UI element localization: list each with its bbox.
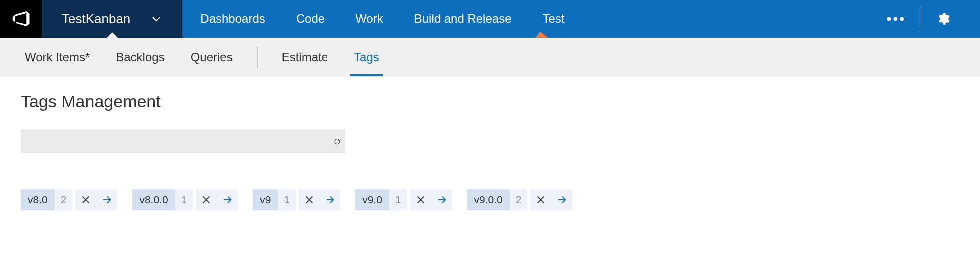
tag-count: 1	[278, 190, 296, 210]
tag-count: 2	[510, 190, 528, 210]
search-input[interactable]	[27, 136, 332, 148]
close-icon	[201, 194, 212, 206]
subnav-backlogs[interactable]: Backlogs	[114, 40, 166, 74]
tag-go-button[interactable]	[217, 190, 238, 210]
tag-go-button[interactable]	[431, 190, 452, 210]
close-icon	[304, 194, 315, 206]
nav-right: •••	[887, 0, 980, 38]
sub-nav: Work Items* Backlogs Queries Estimate Ta…	[0, 38, 980, 77]
close-icon	[80, 194, 91, 206]
gear-icon[interactable]	[936, 12, 950, 26]
tag-chip: v8.0.0 1	[132, 190, 238, 210]
tag-name[interactable]: v9.0	[355, 190, 389, 210]
top-nav: TestKanban Dashboards Code Work Build an…	[0, 0, 980, 38]
tag-name[interactable]: v8.0.0	[132, 190, 175, 210]
project-name: TestKanban	[62, 12, 130, 27]
tag-delete-button[interactable]	[196, 190, 217, 210]
tag-delete-button[interactable]	[410, 190, 431, 210]
tag-delete-button[interactable]	[75, 190, 96, 210]
tags-list: v8.0 2 v8.0.0 1 v9 1	[21, 190, 959, 210]
vsts-logo[interactable]	[0, 0, 42, 38]
tag-chip: v9 1	[253, 190, 340, 210]
arrow-right-icon	[222, 194, 233, 206]
tag-go-button[interactable]	[551, 190, 572, 210]
nav-work[interactable]: Work	[352, 12, 386, 26]
arrow-right-icon	[556, 194, 567, 206]
tag-count: 1	[175, 190, 193, 210]
subnav-queries[interactable]: Queries	[189, 40, 235, 74]
nav-dashboards[interactable]: Dashboards	[197, 12, 268, 26]
subnav-tags[interactable]: Tags	[352, 40, 381, 74]
nav-code[interactable]: Code	[293, 12, 327, 26]
arrow-right-icon	[101, 194, 112, 206]
nav-build-release[interactable]: Build and Release	[411, 12, 515, 26]
subnav-separator	[257, 47, 258, 68]
tag-go-button[interactable]	[96, 190, 117, 210]
tag-name[interactable]: v8.0	[21, 190, 55, 210]
tag-count: 2	[55, 190, 73, 210]
arrow-right-icon	[325, 194, 335, 206]
tag-name[interactable]: v9.0.0	[467, 190, 510, 210]
tag-chip: v8.0 2	[21, 190, 117, 210]
close-icon	[535, 194, 546, 206]
subnav-estimate[interactable]: Estimate	[280, 40, 330, 74]
nav-test[interactable]: Test	[540, 12, 568, 26]
tag-delete-button[interactable]	[530, 190, 551, 210]
more-icon[interactable]: •••	[887, 11, 906, 27]
chevron-down-icon	[150, 13, 162, 25]
tag-name[interactable]: v9	[253, 190, 278, 210]
tag-chip: v9.0 1	[355, 190, 452, 210]
subnav-work-items[interactable]: Work Items*	[23, 40, 92, 74]
project-selector[interactable]: TestKanban	[42, 0, 182, 38]
nav-separator	[921, 8, 921, 30]
close-icon	[415, 194, 426, 206]
vsts-logo-icon	[11, 9, 31, 29]
tag-chip: v9.0.0 2	[467, 190, 573, 210]
tag-count: 1	[389, 190, 407, 210]
tag-delete-button[interactable]	[299, 190, 320, 210]
arrow-right-icon	[436, 194, 447, 206]
page-title: Tags Management	[21, 92, 959, 112]
tag-go-button[interactable]	[320, 190, 340, 210]
page-content: Tags Management ⌕ v8.0 2 v8.0.0 1	[0, 77, 980, 226]
search-box[interactable]: ⌕	[21, 130, 345, 154]
main-nav: Dashboards Code Work Build and Release T…	[182, 0, 886, 38]
